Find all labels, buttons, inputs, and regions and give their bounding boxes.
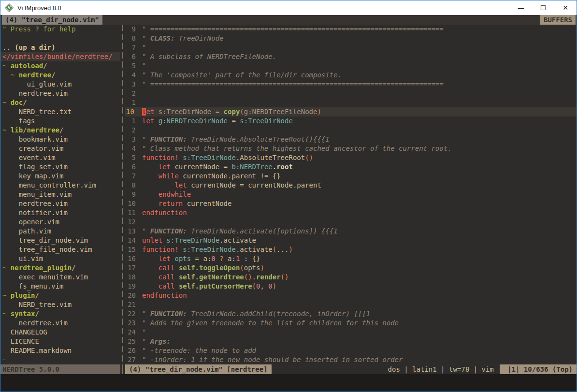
- tree-item[interactable]: fs_menu.vim: [0, 282, 120, 291]
- tree-item[interactable]: event.vim: [0, 153, 120, 162]
- line-number: 9: [125, 190, 136, 199]
- minimize-button[interactable]: —: [510, 0, 532, 15]
- code-line[interactable]: 13" FUNCTION: TreeDirNode.activate([opti…: [125, 227, 577, 236]
- code-line[interactable]: 5function! s:TreeDirNode.AbsoluteTreeRoo…: [125, 153, 577, 162]
- tree-item[interactable]: NERD_tree.txt: [0, 107, 120, 116]
- tree-item[interactable]: ui_glue.vim: [0, 80, 120, 89]
- code-line[interactable]: 16 let opts = a:0 ? a:1 : {}: [125, 254, 577, 263]
- tree-item[interactable]: ~ syntax/: [0, 309, 120, 319]
- line-number: 2: [125, 89, 136, 98]
- status-line: NERDTree 5.0.0 (4) "tree_dir_node.vim" […: [0, 364, 577, 374]
- code-line[interactable]: 18 call self.getNerdtree().render(): [125, 273, 577, 282]
- line-number: 10: [125, 107, 136, 116]
- code-line[interactable]: 1: [125, 98, 577, 107]
- code-line[interactable]: 2: [125, 126, 577, 135]
- line-number: 9: [125, 25, 136, 34]
- nerdtree-pane[interactable]: " Press ? for help.. (up a dir)</vimfile…: [0, 25, 120, 364]
- status-middle: dos | latin1 | tw=78 | vim: [272, 364, 500, 374]
- code-line[interactable]: 8 let currentNode = currentNode.parent: [125, 181, 577, 190]
- tree-item[interactable]: LICENCE: [0, 337, 120, 346]
- line-number: 5: [125, 61, 136, 71]
- code-pane[interactable]: 9" =====================================…: [125, 25, 577, 364]
- code-line[interactable]: 10let s:TreeDirNode = copy(g:NERDTreeFil…: [125, 107, 577, 116]
- tree-item[interactable]: CHANGELOG: [0, 328, 120, 337]
- line-number: 19: [125, 282, 136, 291]
- tree-item[interactable]: tree_dir_node.vim: [0, 236, 120, 245]
- tree-item[interactable]: " Press ? for help: [0, 25, 120, 34]
- code-line[interactable]: 7": [125, 43, 577, 52]
- tree-item[interactable]: ui.vim: [0, 254, 120, 263]
- tree-item[interactable]: ~ doc/: [0, 98, 120, 107]
- code-line[interactable]: 11endfunction: [125, 208, 577, 218]
- tree-item[interactable]: ~ nerdtree/: [0, 71, 120, 80]
- code-line[interactable]: 27" -inOrder: 1 if the new node should b…: [125, 355, 577, 364]
- code-line[interactable]: 9 endwhile: [125, 190, 577, 199]
- tree-item[interactable]: menu_item.vim: [0, 190, 120, 199]
- code-line[interactable]: 15function! s:TreeDirNode.activate(...): [125, 245, 577, 254]
- line-number: 6: [125, 162, 136, 172]
- tree-item[interactable]: creator.vim: [0, 144, 120, 153]
- tree-item[interactable]: flag_set.vim: [0, 162, 120, 172]
- line-number: 13: [125, 227, 136, 236]
- tree-item[interactable]: path.vim: [0, 227, 120, 236]
- tree-item[interactable]: opener.vim: [0, 218, 120, 227]
- code-line[interactable]: 26" -treenode: the node to add: [125, 346, 577, 355]
- line-number: 25: [125, 337, 136, 346]
- tree-item[interactable]: </vimfiles/bundle/nerdtree/: [0, 52, 120, 61]
- tab-active[interactable]: (4) "tree_dir_node.vim": [2, 15, 102, 25]
- code-line[interactable]: 24": [125, 328, 577, 337]
- code-line[interactable]: 12: [125, 218, 577, 227]
- window-controls: — ☐ ✕: [510, 0, 577, 15]
- tab-line: (4) "tree_dir_node.vim" BUFFERS: [0, 15, 577, 25]
- close-button[interactable]: ✕: [554, 0, 577, 15]
- tree-item[interactable]: nerdtree.vim: [0, 89, 120, 98]
- line-number: 1: [125, 98, 136, 107]
- tree-item[interactable]: ~ plugin/: [0, 291, 120, 300]
- title-bar[interactable]: Vi IMproved 8.0 — ☐ ✕: [0, 0, 577, 15]
- editor-area: " Press ? for help.. (up a dir)</vimfile…: [0, 25, 577, 364]
- maximize-button[interactable]: ☐: [532, 0, 554, 15]
- tree-item[interactable]: notifier.vim: [0, 208, 120, 218]
- tree-item[interactable]: README.markdown: [0, 346, 120, 355]
- code-line[interactable]: 3" =====================================…: [125, 80, 577, 89]
- code-line[interactable]: 6" A subclass of NERDTreeFileNode.: [125, 52, 577, 61]
- code-line[interactable]: 22" FUNCTION: TreeDirNode.addChild(treen…: [125, 309, 577, 319]
- code-line[interactable]: 17 call self.toggleOpen(opts): [125, 263, 577, 273]
- line-number: 4: [125, 144, 136, 153]
- tree-item[interactable]: NERD_tree.vim: [0, 300, 120, 309]
- tree-item[interactable]: ~ autoload/: [0, 61, 120, 71]
- tree-item[interactable]: [0, 34, 120, 43]
- tree-item[interactable]: ~ lib/nerdtree/: [0, 126, 120, 135]
- code-line[interactable]: 10 return currentNode: [125, 199, 577, 208]
- code-line[interactable]: 23" Adds the given treenode to the list …: [125, 319, 577, 328]
- tree-item[interactable]: key_map.vim: [0, 172, 120, 181]
- tree-item[interactable]: exec_menuitem.vim: [0, 273, 120, 282]
- code-line[interactable]: 4" Class method that returns the highest…: [125, 144, 577, 153]
- code-line[interactable]: 25" Args:: [125, 337, 577, 346]
- code-line[interactable]: 1let g:NERDTreeDirNode = s:TreeDirNode: [125, 116, 577, 126]
- code-line[interactable]: 14unlet s:TreeDirNode.activate: [125, 236, 577, 245]
- code-line[interactable]: 2: [125, 89, 577, 98]
- code-line[interactable]: 20endfunction: [125, 291, 577, 300]
- tree-item[interactable]: tags: [0, 116, 120, 126]
- tree-item[interactable]: menu_controller.vim: [0, 181, 120, 190]
- tree-item[interactable]: tree_file_node.vim: [0, 245, 120, 254]
- code-line[interactable]: 6 let currentNode = b:NERDTree.root: [125, 162, 577, 172]
- code-line[interactable]: 4" The 'composite' part of the file/dir …: [125, 71, 577, 80]
- line-number: 12: [125, 218, 136, 227]
- tree-item[interactable]: nerdtree.vim: [0, 199, 120, 208]
- tree-item[interactable]: nerdtree.vim: [0, 319, 120, 328]
- window-separator[interactable]: [120, 25, 125, 364]
- code-line[interactable]: 3" FUNCTION: TreeDirNode.AbsoluteTreeRoo…: [125, 135, 577, 144]
- tree-item[interactable]: ~ nerdtree_plugin/: [0, 263, 120, 273]
- code-line[interactable]: 9" =====================================…: [125, 25, 577, 34]
- code-line[interactable]: 7 while currentNode.parent != {}: [125, 172, 577, 181]
- tree-item[interactable]: ~: [0, 355, 120, 364]
- tree-item[interactable]: bookmark.vim: [0, 135, 120, 144]
- code-line[interactable]: 21: [125, 300, 577, 309]
- vim-logo-icon: [5, 3, 14, 12]
- tree-item[interactable]: .. (up a dir): [0, 43, 120, 52]
- code-line[interactable]: 5": [125, 61, 577, 71]
- code-line[interactable]: 8" CLASS: TreeDirNode: [125, 34, 577, 43]
- code-line[interactable]: 19 call self.putCursorHere(0, 0): [125, 282, 577, 291]
